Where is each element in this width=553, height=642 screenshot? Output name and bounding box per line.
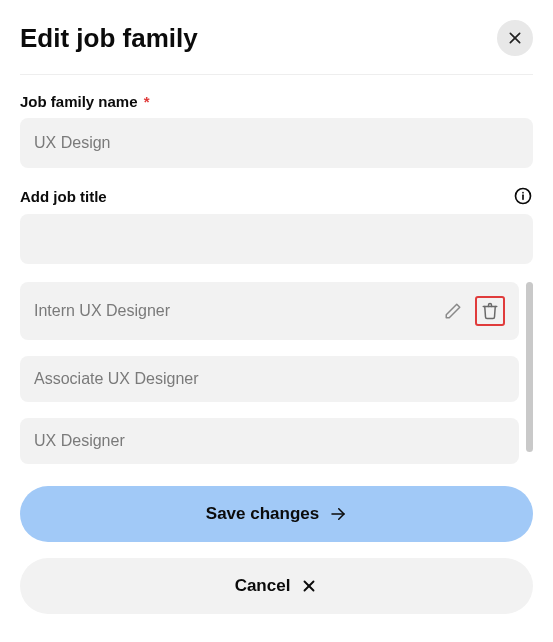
add-job-title-label: Add job title: [20, 188, 107, 205]
cancel-button-label: Cancel: [235, 576, 291, 596]
close-button[interactable]: [497, 20, 533, 56]
edit-button[interactable]: [441, 299, 465, 323]
job-title-row[interactable]: Intern UX Designer: [20, 282, 519, 340]
job-family-name-label: Job family name *: [20, 93, 150, 110]
pencil-icon: [444, 302, 462, 320]
cancel-button[interactable]: Cancel: [20, 558, 533, 614]
add-job-title-group: Add job title: [20, 186, 533, 264]
modal-footer: Save changes Cancel: [20, 486, 533, 614]
save-button-label: Save changes: [206, 504, 319, 524]
edit-job-family-modal: Edit job family Job family name * Add jo…: [0, 0, 553, 642]
modal-title: Edit job family: [20, 23, 198, 54]
job-title-row[interactable]: Associate UX Designer: [20, 356, 519, 402]
arrow-right-icon: [329, 505, 347, 523]
modal-header: Edit job family: [20, 20, 533, 75]
trash-icon: [481, 302, 499, 320]
save-changes-button[interactable]: Save changes: [20, 486, 533, 542]
job-family-name-input[interactable]: [20, 118, 533, 168]
job-title-row[interactable]: UX Designer: [20, 418, 519, 464]
info-icon[interactable]: [513, 186, 533, 206]
delete-button[interactable]: [475, 296, 505, 326]
job-title-label: Associate UX Designer: [34, 370, 199, 388]
job-title-label: UX Designer: [34, 432, 125, 450]
job-title-label: Intern UX Designer: [34, 302, 170, 320]
required-marker: *: [144, 93, 150, 110]
svg-point-4: [522, 192, 524, 194]
job-family-name-group: Job family name *: [20, 93, 533, 168]
row-actions: [441, 296, 505, 326]
close-icon: [507, 30, 523, 46]
job-title-list: Intern UX DesignerAssociate UX DesignerU…: [20, 282, 533, 464]
add-job-title-input[interactable]: [20, 214, 533, 264]
scrollbar[interactable]: [526, 282, 533, 452]
close-icon: [300, 577, 318, 595]
